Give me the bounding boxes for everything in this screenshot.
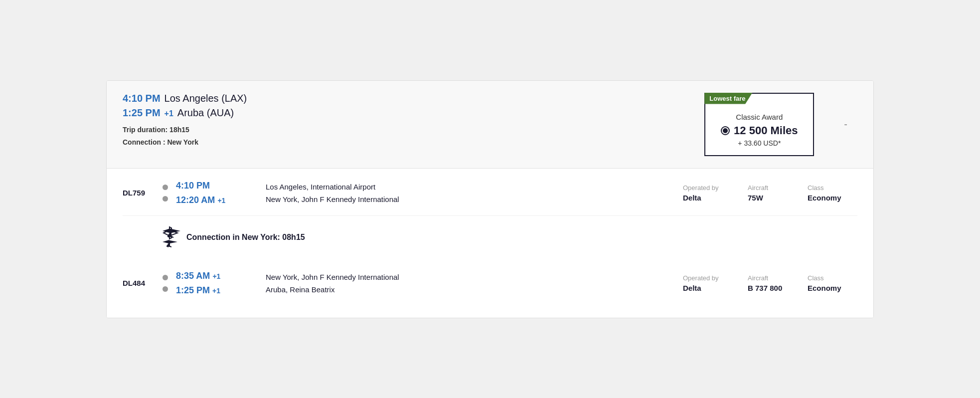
arr-time-val-2: 1:25 PM (176, 285, 210, 295)
operated-value-1: Delta (683, 194, 748, 202)
aircraft-label-2: Aircraft (748, 274, 808, 282)
fare-radio[interactable] (721, 126, 730, 135)
radio-dot-inner (723, 128, 728, 133)
arr-plus-1: +1 (217, 197, 225, 204)
class-label-2: Class (808, 274, 857, 282)
aircraft-col-2: Aircraft B 737 800 (748, 274, 808, 292)
departure-city: Los Angeles (LAX) (164, 93, 247, 104)
summary-section: 4:10 PM Los Angeles (LAX) 1:25 PM +1 Aru… (107, 81, 873, 169)
trip-duration-value: 18h15 (169, 126, 189, 134)
departure-row: 4:10 PM Los Angeles (LAX) (123, 93, 704, 104)
arr-dot-1 (163, 196, 168, 201)
class-col-1: Class Economy (808, 184, 857, 202)
flight-segment-2: DL484 8:35 AM +1 1:25 PM +1 New (123, 259, 857, 306)
aircraft-value-2: B 737 800 (748, 284, 808, 292)
connection-label: Connection : (123, 138, 165, 146)
operated-label-1: Operated by (683, 184, 748, 192)
operated-label-2: Operated by (683, 274, 748, 282)
aircraft-value-1: 75W (748, 194, 808, 202)
fare-usd: + 33.60 USD* (717, 139, 801, 147)
arr-airport-1: New York, John F Kennedy International (266, 195, 668, 203)
operated-col-1: Operated by Delta (683, 184, 748, 202)
arr-airport-2: Aruba, Reina Beatrix (266, 285, 668, 294)
seg-dep-time-2: 8:35 AM +1 (176, 271, 256, 281)
dep-dot-2 (163, 275, 168, 280)
arr-plus-2: +1 (212, 287, 220, 295)
class-value-2: Economy (808, 284, 857, 292)
arrival-city: Aruba (AUA) (177, 107, 234, 119)
stops-col-2 (163, 275, 168, 292)
connection-city: New York (167, 138, 198, 146)
class-value-1: Economy (808, 194, 857, 202)
connection-text: Connection in New York: 08h15 (186, 233, 305, 242)
dep-dot-1 (163, 185, 168, 190)
class-col-2: Class Economy (808, 274, 857, 292)
trip-info: Trip duration: 18h15 Connection : New Yo… (123, 124, 704, 149)
dep-time-val-1: 4:10 PM (176, 181, 210, 191)
dep-airport-2: New York, John F Kennedy International (266, 273, 668, 281)
seg-arr-time-2: 1:25 PM +1 (176, 285, 256, 296)
fare-dash: - (834, 119, 857, 130)
dep-plus-2: +1 (212, 272, 220, 280)
connection-row: Connection in New York: 08h15 (123, 216, 857, 259)
stops-col-1 (163, 185, 168, 201)
arr-time-val-1: 12:20 AM (176, 195, 215, 205)
flight-number-2: DL484 (123, 279, 163, 287)
flight-card: 4:10 PM Los Angeles (LAX) 1:25 PM +1 Aru… (106, 80, 874, 318)
flight-segment-1: DL759 4:10 PM 12:20 AM +1 Los Angeles, I… (123, 169, 857, 216)
operated-value-2: Delta (683, 284, 748, 292)
class-label-1: Class (808, 184, 857, 192)
plane-icon-group (163, 226, 180, 249)
arrival-time: 1:25 PM (123, 107, 161, 119)
times-col-2: 8:35 AM +1 1:25 PM +1 (176, 271, 256, 296)
dep-time-val-2: 8:35 AM (176, 271, 210, 281)
fare-box[interactable]: Lowest fare Classic Award 12 500 Miles +… (704, 93, 814, 156)
fare-box-container: Lowest fare Classic Award 12 500 Miles +… (704, 93, 857, 156)
fare-type: Classic Award (717, 113, 801, 121)
trip-duration-label: Trip duration: (123, 126, 167, 134)
aircraft-label-1: Aircraft (748, 184, 808, 192)
segment-row-2: DL484 8:35 AM +1 1:25 PM +1 New (123, 271, 857, 296)
departure-time: 4:10 PM (123, 93, 161, 104)
airports-col-1: Los Angeles, International Airport New Y… (266, 183, 668, 203)
arrival-row: 1:25 PM +1 Aruba (AUA) (123, 107, 704, 119)
fare-miles: 12 500 Miles (734, 124, 798, 137)
dep-airport-1: Los Angeles, International Airport (266, 183, 668, 191)
seg-dep-time-1: 4:10 PM (176, 181, 256, 191)
arrival-plus: +1 (164, 109, 173, 118)
fare-miles-row: 12 500 Miles (717, 124, 801, 137)
aircraft-col-1: Aircraft 75W (748, 184, 808, 202)
detail-section: DL759 4:10 PM 12:20 AM +1 Los Angeles, I… (107, 169, 873, 318)
flight-number-1: DL759 (123, 189, 163, 197)
lowest-fare-badge: Lowest fare (704, 93, 752, 104)
airports-col-2: New York, John F Kennedy International A… (266, 273, 668, 294)
summary-left: 4:10 PM Los Angeles (LAX) 1:25 PM +1 Aru… (123, 93, 704, 156)
operated-col-2: Operated by Delta (683, 274, 748, 292)
arr-dot-2 (163, 286, 168, 292)
segment-row-1: DL759 4:10 PM 12:20 AM +1 Los Angeles, I… (123, 181, 857, 205)
seg-arr-time-1: 12:20 AM +1 (176, 195, 256, 205)
plane-icon-bottom (163, 238, 177, 249)
times-col-1: 4:10 PM 12:20 AM +1 (176, 181, 256, 205)
